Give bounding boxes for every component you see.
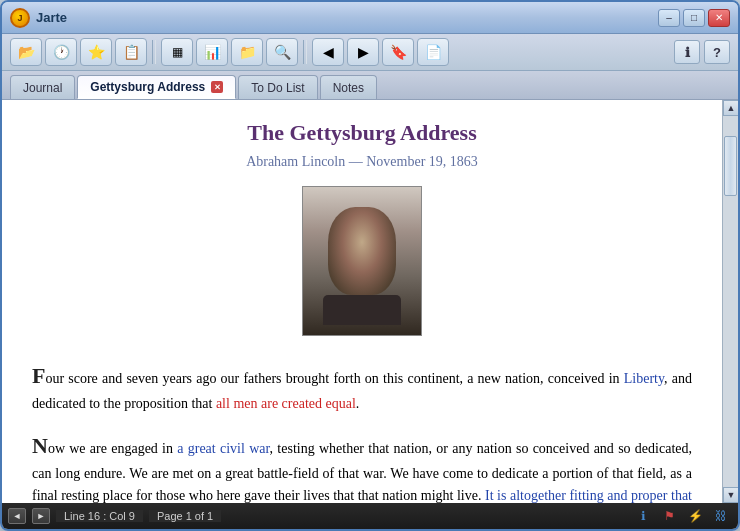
content-area: The Gettysburg Address Abraham Lincoln —… [2, 99, 738, 503]
link-status-icon[interactable]: ⛓ [710, 507, 732, 525]
info-status-icon[interactable]: ℹ [632, 507, 654, 525]
scroll-thumb[interactable] [724, 136, 737, 196]
main-window: J Jarte – □ ✕ 📂 🕐 ⭐ 📋 ▦ 📊 📁 🔍 ◀ ▶ 🔖 [0, 0, 740, 531]
scroll-track[interactable] [723, 116, 738, 487]
chart-btn[interactable]: 📊 [196, 38, 228, 66]
notes-tab[interactable]: Notes [320, 75, 377, 99]
window-title: Jarte [36, 10, 658, 25]
forward-btn[interactable]: ▶ [347, 38, 379, 66]
line-col-status: Line 16 : Col 9 [56, 510, 143, 522]
open-btn[interactable]: 📂 [10, 38, 42, 66]
layout-btn[interactable]: ▦ [161, 38, 193, 66]
scroll-up-btn[interactable]: ▲ [723, 100, 738, 116]
document-image-container [32, 186, 692, 340]
window-controls: – □ ✕ [658, 9, 730, 27]
close-button[interactable]: ✕ [708, 9, 730, 27]
separator-2 [303, 40, 307, 64]
maximize-button[interactable]: □ [683, 9, 705, 27]
history-btn[interactable]: 🕐 [45, 38, 77, 66]
paragraph-2: Now we are engaged in a great civil war,… [32, 428, 692, 503]
lincoln-portrait [302, 186, 422, 336]
drop-cap-n: N [32, 433, 48, 458]
liberty-text: Liberty [624, 371, 664, 386]
journal-tab[interactable]: Journal [10, 75, 75, 99]
title-bar: J Jarte – □ ✕ [2, 2, 738, 34]
lightning-status-icon[interactable]: ⚡ [684, 507, 706, 525]
help-button[interactable]: ? [704, 40, 730, 64]
flag-status-icon[interactable]: ⚑ [658, 507, 680, 525]
equal-text: all men are created equal [216, 396, 356, 411]
next-page-btn[interactable]: ► [32, 508, 50, 524]
scrollbar[interactable]: ▲ ▼ [722, 100, 738, 503]
document-subtitle: Abraham Lincoln — November 19, 1863 [32, 154, 692, 170]
page-status: Page 1 of 1 [149, 510, 221, 522]
favorites-btn[interactable]: ⭐ [80, 38, 112, 66]
prev-page-btn[interactable]: ◄ [8, 508, 26, 524]
back-btn[interactable]: ◀ [312, 38, 344, 66]
bookmark-btn[interactable]: 🔖 [382, 38, 414, 66]
app-icon: J [10, 8, 30, 28]
todo-tab[interactable]: To Do List [238, 75, 317, 99]
gettysburg-tab[interactable]: Gettysburg Address ✕ [77, 75, 236, 99]
toolbar: 📂 🕐 ⭐ 📋 ▦ 📊 📁 🔍 ◀ ▶ 🔖 📄 ℹ ? [2, 34, 738, 71]
info-button[interactable]: ℹ [674, 40, 700, 64]
report-btn[interactable]: 📋 [115, 38, 147, 66]
minimize-button[interactable]: – [658, 9, 680, 27]
paragraph-1: Four score and seven years ago our fathe… [32, 358, 692, 416]
copy-btn[interactable]: 📄 [417, 38, 449, 66]
tabs-row: Journal Gettysburg Address ✕ To Do List … [2, 71, 738, 99]
scroll-down-btn[interactable]: ▼ [723, 487, 738, 503]
status-bar: ◄ ► Line 16 : Col 9 Page 1 of 1 ℹ ⚑ ⚡ ⛓ [2, 503, 738, 529]
document-title: The Gettysburg Address [32, 120, 692, 146]
status-icons: ℹ ⚑ ⚡ ⛓ [632, 507, 732, 525]
document-view[interactable]: The Gettysburg Address Abraham Lincoln —… [2, 100, 722, 503]
toolbar-right: ℹ ? [674, 40, 730, 64]
folder-btn[interactable]: 📁 [231, 38, 263, 66]
drop-cap-f: F [32, 363, 45, 388]
civil-war-text: a great civil war [173, 441, 270, 456]
separator-1 [152, 40, 156, 64]
toolbar-row: 📂 🕐 ⭐ 📋 ▦ 📊 📁 🔍 ◀ ▶ 🔖 📄 ℹ ? [2, 34, 738, 70]
tab-close-icon[interactable]: ✕ [211, 81, 223, 93]
search-btn[interactable]: 🔍 [266, 38, 298, 66]
